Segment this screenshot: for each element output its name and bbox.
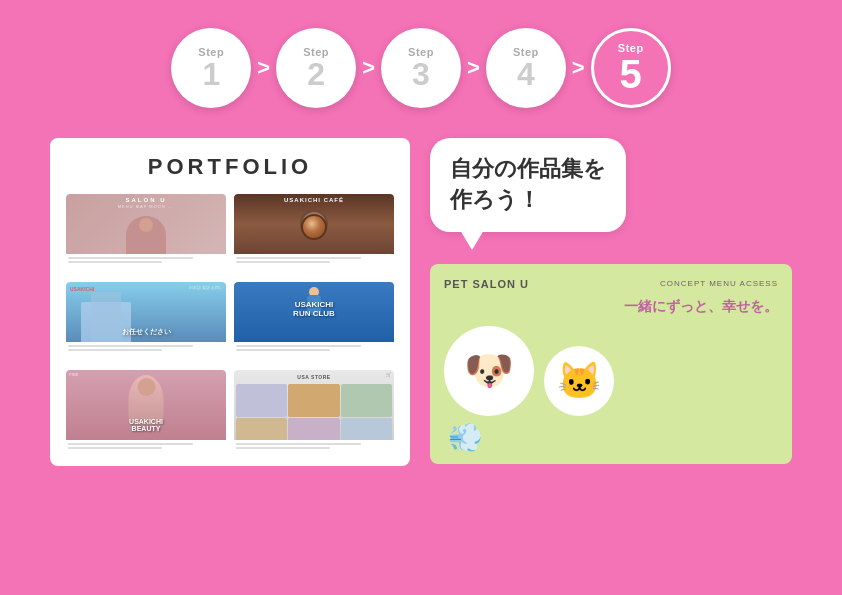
dog-circle: 🐶 [444, 326, 534, 416]
preview-tagline: 一緒にずっと、幸せを。 [444, 298, 778, 316]
portfolio-card: PORTFOLIO SALON U MENU MAP MOON ... [50, 138, 410, 466]
arrow-2: > [362, 55, 375, 81]
step-3-number: 3 [412, 58, 430, 90]
usa-store-label: USA STORE [297, 374, 330, 380]
arrow-4: > [572, 55, 585, 81]
list-item[interactable]: SALON U MENU MAP MOON ... [66, 194, 226, 274]
step-4[interactable]: Step 4 [486, 28, 566, 108]
website-preview: PET SALON U CONCEPT MENU ACSESS 一緒にずっと、幸… [430, 264, 792, 464]
list-item[interactable]: USA STORE 🛒 [234, 370, 394, 450]
step-1[interactable]: Step 1 [171, 28, 251, 108]
right-side: 自分の作品集を作ろう！ PET SALON U CONCEPT MENU ACS… [430, 138, 792, 466]
preview-site-name: PET SALON U [444, 278, 529, 290]
step-2[interactable]: Step 2 [276, 28, 356, 108]
preview-header: PET SALON U CONCEPT MENU ACSESS [444, 278, 778, 290]
speech-bubble: 自分の作品集を作ろう！ [430, 138, 626, 232]
list-item[interactable]: USAKICHI CAFÉ [234, 194, 394, 274]
step-5[interactable]: Step 5 [591, 28, 671, 108]
dog-icon: 🐶 [464, 347, 514, 394]
portfolio-grid: SALON U MENU MAP MOON ... USAKICHI CAFÉ [66, 194, 394, 450]
list-item[interactable]: PINK USAKICHIBEAUTY [66, 370, 226, 450]
main-content: PORTFOLIO SALON U MENU MAP MOON ... [0, 118, 842, 466]
speech-text: 自分の作品集を作ろう！ [450, 154, 606, 216]
step-4-number: 4 [517, 58, 535, 90]
beauty-text: USAKICHIBEAUTY [66, 418, 226, 432]
cat-icon: 🐱 [557, 360, 602, 402]
cat-circle: 🐱 [544, 346, 614, 416]
list-item[interactable]: USAKICHI 日本語 英語 お問い お任せください [66, 282, 226, 362]
arrow-1: > [257, 55, 270, 81]
run-club-text: USAKICHIRUN CLUB [234, 300, 394, 318]
preview-nav: CONCEPT MENU ACSESS [660, 279, 778, 288]
list-item[interactable]: USAKICHIRUN CLUB [234, 282, 394, 362]
steps-container: Step 1 > Step 2 > Step 3 > Step 4 > Step… [0, 0, 842, 108]
portfolio-title: PORTFOLIO [66, 154, 394, 180]
step-3[interactable]: Step 3 [381, 28, 461, 108]
arrow-3: > [467, 55, 480, 81]
step-5-number: 5 [620, 54, 642, 94]
dryer-icon: 💨 [448, 421, 483, 454]
preview-circles: 🐶 🐱 [444, 326, 778, 416]
step-2-number: 2 [307, 58, 325, 90]
usakichi-logo: USAKICHI [70, 286, 94, 292]
step-1-number: 1 [202, 58, 220, 90]
